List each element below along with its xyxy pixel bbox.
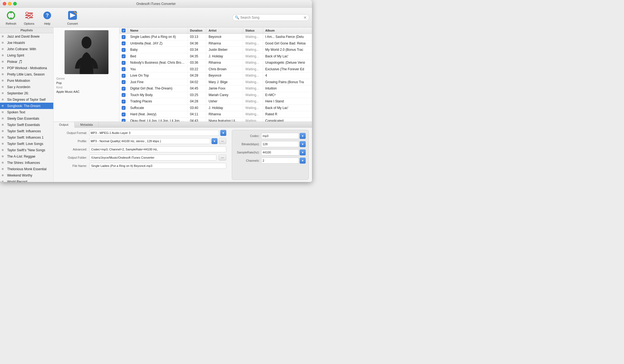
file-name-input[interactable] [89,163,226,169]
tab-output[interactable]: Output: [54,122,75,128]
row-checkbox[interactable]: ✓ [122,35,126,39]
help-button[interactable]: ? Help [39,9,55,26]
search-bar[interactable]: 🔍 ✕ [232,14,309,21]
bitrate-select[interactable]: 128 [261,141,299,147]
output-format-select[interactable]: MP3 - MPEG-1 Audio Layer 3 [89,130,219,136]
select-all-checkbox[interactable]: ✓ [122,29,126,32]
table-row[interactable]: ✓ Single Ladies (Put a Ring on It) 03:13… [119,34,312,40]
sidebar-item-10[interactable]: ≡Six Degrees of Taylor Swif [0,96,53,103]
row-checkbox[interactable]: ✓ [122,113,126,116]
row-checkbox-cell[interactable]: ✓ [119,60,128,66]
row-checkbox-cell[interactable]: ✓ [119,98,128,105]
table-row[interactable]: ✓ Suffocate 03:40 J. Holiday Waiting... … [119,105,312,111]
profile-select[interactable]: MP3 - Normal Quality( 44100 Hz, stereo ,… [89,138,210,144]
sidebar-item-13[interactable]: ≡Steely Dan Essentials [0,115,53,122]
row-checkbox[interactable]: ✓ [122,48,126,52]
search-clear-button[interactable]: ✕ [303,15,307,20]
sidebar-item-12[interactable]: ≡Spoken Text [0,109,53,115]
row-checkbox-cell[interactable]: ✓ [119,47,128,53]
table-row[interactable]: ✓ Nobody's Business (feat. Chris Brown) … [119,60,312,66]
row-checkbox-cell[interactable]: ✓ [119,34,128,40]
row-checkbox-cell[interactable]: ✓ [119,85,128,92]
table-row[interactable]: ✓ Okay (feat. Lil Jon, Lil Jon, Lil Jon,… [119,117,312,122]
table-row[interactable]: ✓ Digital Girl (feat. The-Dream) 04:45 J… [119,85,312,92]
sidebar-item-2[interactable]: ≡John Coltrane: With [0,46,53,52]
output-folder-input[interactable] [89,155,216,161]
sidebar-item-21[interactable]: ≡Thelonious Monk Essential [0,166,53,172]
sidebar-item-17[interactable]: ≡Taylor Swift: Love Songs [0,141,53,147]
sidebar-item-22[interactable]: ≡Weekend Worthy [0,172,53,178]
sidebar-item-3[interactable]: ≡Living Spirit [0,52,53,58]
row-checkbox[interactable]: ✓ [122,61,126,65]
row-checkbox[interactable]: ✓ [122,93,126,97]
row-checkbox[interactable]: ✓ [122,119,126,122]
sidebar-item-23[interactable]: ≡World Record [0,178,53,182]
col-duration: Duration [188,27,206,34]
profile-ellipsis-button[interactable]: ··· [219,138,226,144]
output-format-arrow[interactable]: ▼ [220,130,226,136]
samplerate-arrow[interactable]: ▼ [300,149,306,155]
sidebar-item-label: Thelonious Monk Essential [7,167,46,171]
row-checkbox-cell[interactable]: ✓ [119,79,128,85]
row-checkbox-cell[interactable]: ✓ [119,105,128,111]
sidebar-item-6[interactable]: ≡Pretty Little Liars, Season [0,71,53,77]
convert-button[interactable]: Convert [64,9,81,26]
row-checkbox[interactable]: ✓ [122,100,126,103]
row-checkbox[interactable]: ✓ [122,106,126,110]
sidebar-item-4[interactable]: ≡Pistear 🎵 [0,58,53,65]
advanced-input[interactable] [89,146,226,152]
maximize-button[interactable] [13,2,17,5]
row-checkbox[interactable]: ✓ [122,80,126,84]
sidebar-item-19[interactable]: ≡The A-List: Reggae [0,153,53,159]
row-checkbox-cell[interactable]: ✓ [119,72,128,79]
row-checkbox[interactable]: ✓ [122,87,126,91]
table-row[interactable]: ✓ Baby 03:34 Justin Bieber Waiting... My… [119,47,312,53]
minimize-button[interactable] [8,2,12,5]
list-icon: ≡ [2,60,6,64]
tab-metadata[interactable]: Metadata [75,122,99,127]
sidebar-item-5[interactable]: ≡POP Workout - Motivationa [0,65,53,71]
refresh-button[interactable]: Refresh [3,9,19,26]
row-checkbox[interactable]: ✓ [122,41,126,45]
samplerate-select[interactable]: 44100 [261,149,299,155]
sidebar-item-11[interactable]: ≡Songbook: The-Dream [0,103,53,109]
codec-arrow[interactable]: ▼ [300,133,306,139]
row-checkbox-cell[interactable]: ✓ [119,92,128,98]
close-button[interactable] [3,2,6,5]
table-row[interactable]: ✓ Hard (feat. Jeezy) 04:11 Rihanna Waiti… [119,111,312,118]
sidebar-item-9[interactable]: ≡September 26: [0,90,53,96]
sidebar-item-15[interactable]: ≡Taylor Swift: Influences [0,128,53,134]
row-checkbox-cell[interactable]: ✓ [119,66,128,72]
channels-select[interactable]: 2 [261,158,299,164]
sidebar-item-7[interactable]: ≡Pure Motivation [0,77,53,84]
table-row[interactable]: ✓ Touch My Body 03:25 Mariah Carey Waiti… [119,92,312,98]
sidebar-item-1[interactable]: ≡Joe Hisaishi [0,40,53,46]
output-folder-browse-button[interactable]: ··· [219,155,226,161]
sidebar-item-20[interactable]: ≡The Shires: Influences [0,159,53,166]
sidebar-item-18[interactable]: ≡Taylor Swift's "New Songs [0,147,53,153]
channels-arrow[interactable]: ▼ [300,158,306,164]
profile-arrow[interactable]: ▼ [211,138,218,144]
row-checkbox-cell[interactable]: ✓ [119,117,128,122]
row-checkbox[interactable]: ✓ [122,67,126,71]
row-checkbox-cell[interactable]: ✓ [119,111,128,118]
sidebar-item-0[interactable]: ≡Jazz and David Bowie [0,33,53,40]
col-check[interactable]: ✓ [119,27,128,34]
row-checkbox[interactable]: ✓ [122,54,126,58]
row-checkbox-cell[interactable]: ✓ [119,40,128,47]
table-row[interactable]: ✓ Trading Places 04:28 Usher Waiting... … [119,98,312,105]
table-row[interactable]: ✓ You 03:22 Chris Brown Waiting... Exclu… [119,66,312,72]
table-row[interactable]: ✓ Just Fine 04:02 Mary J. Blige Waiting.… [119,79,312,85]
table-row[interactable]: ✓ Umbrella (feat. JAY Z) 04:36 Rihanna W… [119,40,312,47]
bitrate-arrow[interactable]: ▼ [300,141,306,147]
codec-select[interactable]: mp3 [261,133,299,139]
row-checkbox[interactable]: ✓ [122,74,126,78]
sidebar-item-16[interactable]: ≡Taylor Swift: Influences 1 [0,134,53,141]
row-checkbox-cell[interactable]: ✓ [119,53,128,60]
table-row[interactable]: ✓ Love On Top 04:28 Beyoncé Waiting... 4 [119,72,312,79]
options-button[interactable]: Options [21,9,37,26]
search-input[interactable] [240,16,302,19]
sidebar-item-14[interactable]: ≡Taylor Swift Essentials [0,122,53,128]
table-row[interactable]: ✓ Bed 04:35 J. Holiday Waiting... Back o… [119,53,312,60]
sidebar-item-8[interactable]: ≡Sax y Acordeón [0,84,53,90]
